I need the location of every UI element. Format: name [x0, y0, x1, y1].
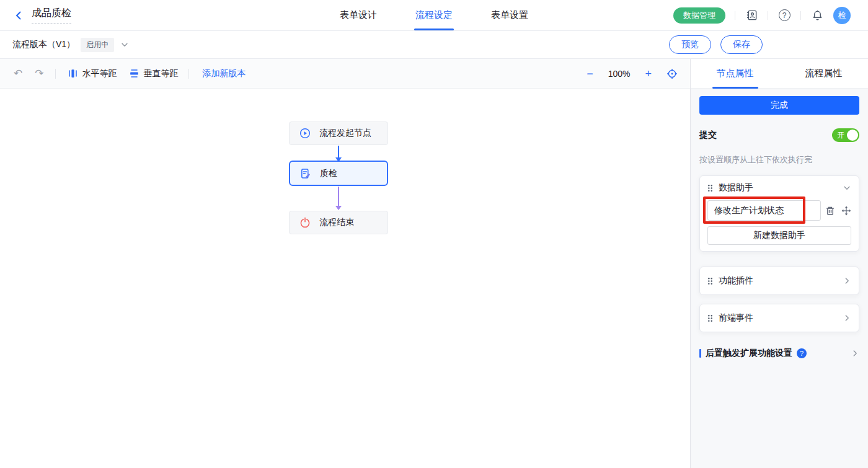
preview-button[interactable]: 预览	[669, 35, 711, 54]
delete-icon[interactable]	[825, 206, 835, 216]
contact-book-icon[interactable]	[745, 9, 758, 22]
play-circle-icon	[299, 128, 311, 139]
new-data-assistant-button[interactable]: 新建数据助手	[707, 226, 851, 245]
version-dropdown-chevron-icon[interactable]	[120, 40, 129, 49]
drag-handle-icon[interactable]	[707, 277, 713, 285]
help-icon[interactable]: ?	[777, 9, 791, 22]
undo-icon[interactable]: ↶	[12, 68, 24, 79]
form-edit-icon	[300, 168, 311, 179]
flow-workarea: ↶ ↷ 水平等距 垂直等距 添加新版本	[0, 59, 690, 468]
horizontal-distribute-label: 水平等距	[82, 68, 117, 79]
chevron-right-icon[interactable]	[843, 314, 851, 322]
vertical-distribute-label: 垂直等距	[144, 68, 179, 79]
flow-node-label: 流程结束	[319, 217, 354, 228]
toggle-on-label: 开	[837, 130, 844, 141]
separator	[55, 69, 56, 79]
locate-center-icon[interactable]	[666, 68, 678, 79]
help-filled-icon[interactable]: ?	[797, 348, 807, 358]
move-icon[interactable]	[841, 206, 851, 216]
complete-button[interactable]: 完成	[699, 96, 859, 115]
status-badge: 启用中	[81, 38, 114, 52]
frontend-event-card-title: 前端事件	[719, 312, 837, 324]
zoom-in-button[interactable]: +	[645, 68, 652, 79]
toggle-knob	[847, 130, 858, 141]
zoom-out-button[interactable]: −	[587, 68, 593, 79]
canvas-toolbar: ↶ ↷ 水平等距 垂直等距 添加新版本	[0, 59, 690, 89]
flow-canvas[interactable]: 流程发起节点 质检 流程结束	[0, 89, 690, 468]
save-button[interactable]: 保存	[720, 35, 763, 54]
data-assistant-title: 数据助手	[719, 182, 837, 193]
connector-start-to-qc	[335, 146, 342, 162]
separator	[768, 11, 768, 20]
vertical-distribute-icon	[130, 69, 139, 78]
post-trigger-title: 后置触发扩展功能设置	[706, 348, 792, 359]
tab-node-properties[interactable]: 节点属性	[691, 59, 779, 88]
separator	[735, 11, 735, 20]
data-assistant-item-input[interactable]	[707, 200, 821, 221]
chevron-right-icon[interactable]	[843, 276, 851, 285]
version-bar: 流程版本（V1） 启用中 预览 保存	[0, 31, 868, 59]
connector-qc-to-end	[335, 187, 342, 210]
drag-handle-icon[interactable]	[707, 314, 713, 322]
add-version-link[interactable]: 添加新版本	[203, 68, 246, 79]
data-assistant-item-row	[707, 200, 851, 221]
page-title[interactable]: 成品质检	[32, 7, 71, 24]
drag-handle-icon[interactable]	[707, 184, 713, 192]
chevron-right-icon[interactable]	[851, 349, 859, 358]
flow-node-start[interactable]: 流程发起节点	[289, 121, 388, 145]
horizontal-distribute-button[interactable]: 水平等距	[68, 68, 117, 79]
flow-node-label: 流程发起节点	[319, 128, 371, 139]
redo-icon[interactable]: ↷	[33, 68, 45, 79]
flow-version-label: 流程版本（V1）	[12, 39, 75, 50]
user-avatar[interactable]: 检	[833, 7, 851, 24]
tab-flow-setting[interactable]: 流程设定	[415, 0, 453, 30]
header-tabs: 表单设计 流程设定 表单设置	[340, 0, 528, 30]
section-accent-bar	[699, 349, 701, 358]
power-circle-icon	[299, 217, 311, 228]
chevron-left-icon	[14, 11, 24, 20]
post-trigger-settings-row[interactable]: 后置触发扩展功能设置 ?	[699, 348, 859, 359]
flow-node-end[interactable]: 流程结束	[289, 211, 388, 234]
horizontal-distribute-icon	[68, 69, 78, 78]
submit-toggle[interactable]: 开	[832, 128, 859, 142]
zoom-level: 100%	[608, 69, 631, 79]
plugin-card-title: 功能插件	[719, 275, 837, 286]
chevron-down-icon[interactable]	[843, 183, 851, 192]
plugin-card[interactable]: 功能插件	[699, 267, 859, 295]
frontend-event-card[interactable]: 前端事件	[699, 304, 859, 332]
back-button[interactable]	[14, 11, 24, 20]
tab-form-setting[interactable]: 表单设置	[491, 0, 528, 30]
notification-bell-icon[interactable]	[810, 9, 824, 22]
panel-tabs: 节点属性 流程属性	[691, 59, 868, 89]
flow-node-qc[interactable]: 质检	[289, 161, 388, 186]
execution-order-hint: 按设置顺序从上往下依次执行完	[699, 154, 859, 166]
vertical-distribute-button[interactable]: 垂直等距	[130, 68, 179, 79]
tab-flow-properties[interactable]: 流程属性	[779, 59, 868, 88]
submit-label: 提交	[699, 130, 717, 141]
data-assistant-card: 数据助手	[699, 175, 859, 252]
data-manage-button[interactable]: 数据管理	[673, 7, 725, 24]
top-header: 成品质检 表单设计 流程设定 表单设置 数据管理 ?	[0, 0, 868, 31]
separator	[188, 69, 189, 79]
properties-panel: 节点属性 流程属性 完成 提交 开 按设置顺序从上往下依次执行完	[690, 59, 868, 468]
tab-form-design[interactable]: 表单设计	[340, 0, 377, 30]
separator	[800, 11, 801, 20]
flow-node-label: 质检	[320, 168, 337, 179]
